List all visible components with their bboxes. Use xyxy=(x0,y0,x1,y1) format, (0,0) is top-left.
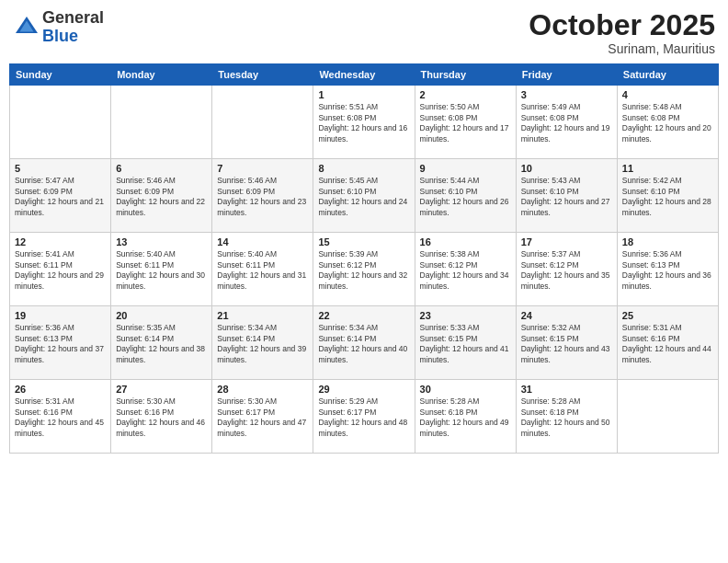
day-info: Sunrise: 5:28 AM Sunset: 6:18 PM Dayligh… xyxy=(420,396,511,439)
day-cell: 25Sunrise: 5:31 AM Sunset: 6:16 PM Dayli… xyxy=(617,306,718,380)
day-info: Sunrise: 5:36 AM Sunset: 6:13 PM Dayligh… xyxy=(622,249,713,292)
day-cell: 9Sunrise: 5:44 AM Sunset: 6:10 PM Daylig… xyxy=(415,159,516,233)
day-info: Sunrise: 5:40 AM Sunset: 6:11 PM Dayligh… xyxy=(116,249,207,292)
logo-blue: Blue xyxy=(42,28,104,46)
day-info: Sunrise: 5:34 AM Sunset: 6:14 PM Dayligh… xyxy=(318,323,409,365)
day-cell: 14Sunrise: 5:40 AM Sunset: 6:11 PM Dayli… xyxy=(212,233,313,306)
day-cell: 31Sunrise: 5:28 AM Sunset: 6:18 PM Dayli… xyxy=(516,380,617,454)
day-cell: 26Sunrise: 5:31 AM Sunset: 6:16 PM Dayli… xyxy=(10,380,111,454)
day-number: 12 xyxy=(15,236,106,247)
day-number: 28 xyxy=(217,384,308,395)
day-info: Sunrise: 5:35 AM Sunset: 6:14 PM Dayligh… xyxy=(116,323,207,365)
day-info: Sunrise: 5:48 AM Sunset: 6:08 PM Dayligh… xyxy=(622,102,713,144)
day-number: 3 xyxy=(521,89,612,100)
day-number: 25 xyxy=(622,310,713,321)
day-cell: 5Sunrise: 5:47 AM Sunset: 6:09 PM Daylig… xyxy=(10,159,111,233)
day-info: Sunrise: 5:47 AM Sunset: 6:09 PM Dayligh… xyxy=(15,176,106,218)
day-number: 6 xyxy=(116,163,207,174)
day-number: 22 xyxy=(318,310,409,321)
day-info: Sunrise: 5:28 AM Sunset: 6:18 PM Dayligh… xyxy=(521,396,612,439)
day-info: Sunrise: 5:50 AM Sunset: 6:08 PM Dayligh… xyxy=(420,102,511,144)
page: General Blue October 2025 Surinam, Mauri… xyxy=(0,0,728,563)
day-number: 4 xyxy=(622,89,713,100)
week-row-0: 1Sunrise: 5:51 AM Sunset: 6:08 PM Daylig… xyxy=(10,86,719,159)
day-cell: 6Sunrise: 5:46 AM Sunset: 6:09 PM Daylig… xyxy=(111,159,212,233)
day-number: 17 xyxy=(521,236,612,247)
day-cell: 7Sunrise: 5:46 AM Sunset: 6:09 PM Daylig… xyxy=(212,159,313,233)
day-cell: 10Sunrise: 5:43 AM Sunset: 6:10 PM Dayli… xyxy=(516,159,617,233)
day-info: Sunrise: 5:51 AM Sunset: 6:08 PM Dayligh… xyxy=(318,102,409,144)
day-cell: 17Sunrise: 5:37 AM Sunset: 6:12 PM Dayli… xyxy=(516,233,617,306)
weekday-header-thursday: Thursday xyxy=(415,64,516,86)
day-info: Sunrise: 5:29 AM Sunset: 6:17 PM Dayligh… xyxy=(318,396,409,439)
day-cell xyxy=(617,380,718,454)
day-number: 7 xyxy=(217,163,308,174)
calendar-table: SundayMondayTuesdayWednesdayThursdayFrid… xyxy=(9,63,719,454)
week-row-3: 19Sunrise: 5:36 AM Sunset: 6:13 PM Dayli… xyxy=(10,306,719,380)
weekday-header-wednesday: Wednesday xyxy=(313,64,415,86)
day-number: 8 xyxy=(318,163,409,174)
day-info: Sunrise: 5:36 AM Sunset: 6:13 PM Dayligh… xyxy=(15,323,106,365)
day-cell: 16Sunrise: 5:38 AM Sunset: 6:12 PM Dayli… xyxy=(415,233,516,306)
day-info: Sunrise: 5:39 AM Sunset: 6:12 PM Dayligh… xyxy=(318,249,409,292)
weekday-header-friday: Friday xyxy=(516,64,617,86)
day-number: 21 xyxy=(217,310,308,321)
week-row-2: 12Sunrise: 5:41 AM Sunset: 6:11 PM Dayli… xyxy=(10,233,719,306)
calendar-body: 1Sunrise: 5:51 AM Sunset: 6:08 PM Daylig… xyxy=(10,86,719,454)
day-number: 30 xyxy=(420,384,511,395)
week-row-1: 5Sunrise: 5:47 AM Sunset: 6:09 PM Daylig… xyxy=(10,159,719,233)
logo-icon xyxy=(13,14,40,41)
month-title: October 2025 xyxy=(529,9,715,41)
day-info: Sunrise: 5:30 AM Sunset: 6:17 PM Dayligh… xyxy=(217,396,308,439)
day-cell: 28Sunrise: 5:30 AM Sunset: 6:17 PM Dayli… xyxy=(212,380,313,454)
day-info: Sunrise: 5:49 AM Sunset: 6:08 PM Dayligh… xyxy=(521,102,612,144)
day-cell: 19Sunrise: 5:36 AM Sunset: 6:13 PM Dayli… xyxy=(10,306,111,380)
day-info: Sunrise: 5:40 AM Sunset: 6:11 PM Dayligh… xyxy=(217,249,308,292)
day-info: Sunrise: 5:37 AM Sunset: 6:12 PM Dayligh… xyxy=(521,249,612,292)
calendar-header: SundayMondayTuesdayWednesdayThursdayFrid… xyxy=(10,64,719,86)
day-number: 14 xyxy=(217,236,308,247)
day-info: Sunrise: 5:44 AM Sunset: 6:10 PM Dayligh… xyxy=(420,176,511,218)
day-cell: 1Sunrise: 5:51 AM Sunset: 6:08 PM Daylig… xyxy=(313,86,415,159)
title-block: October 2025 Surinam, Mauritius xyxy=(529,9,715,56)
day-cell: 30Sunrise: 5:28 AM Sunset: 6:18 PM Dayli… xyxy=(415,380,516,454)
day-cell: 11Sunrise: 5:42 AM Sunset: 6:10 PM Dayli… xyxy=(617,159,718,233)
day-cell: 23Sunrise: 5:33 AM Sunset: 6:15 PM Dayli… xyxy=(415,306,516,380)
day-info: Sunrise: 5:41 AM Sunset: 6:11 PM Dayligh… xyxy=(15,249,106,292)
day-cell: 15Sunrise: 5:39 AM Sunset: 6:12 PM Dayli… xyxy=(313,233,415,306)
logo-general: General xyxy=(42,9,104,28)
day-number: 5 xyxy=(15,163,106,174)
day-number: 1 xyxy=(318,89,409,100)
week-row-4: 26Sunrise: 5:31 AM Sunset: 6:16 PM Dayli… xyxy=(10,380,719,454)
day-cell: 3Sunrise: 5:49 AM Sunset: 6:08 PM Daylig… xyxy=(516,86,617,159)
weekday-header-tuesday: Tuesday xyxy=(212,64,313,86)
day-number: 10 xyxy=(521,163,612,174)
day-info: Sunrise: 5:38 AM Sunset: 6:12 PM Dayligh… xyxy=(420,249,511,292)
day-cell xyxy=(212,86,313,159)
day-cell xyxy=(111,86,212,159)
day-info: Sunrise: 5:30 AM Sunset: 6:16 PM Dayligh… xyxy=(116,396,207,439)
day-cell: 21Sunrise: 5:34 AM Sunset: 6:14 PM Dayli… xyxy=(212,306,313,380)
day-info: Sunrise: 5:46 AM Sunset: 6:09 PM Dayligh… xyxy=(116,176,207,218)
day-number: 26 xyxy=(15,384,106,395)
day-number: 27 xyxy=(116,384,207,395)
weekday-header-sunday: Sunday xyxy=(10,64,111,86)
day-number: 24 xyxy=(521,310,612,321)
day-cell: 29Sunrise: 5:29 AM Sunset: 6:17 PM Dayli… xyxy=(313,380,415,454)
day-cell: 20Sunrise: 5:35 AM Sunset: 6:14 PM Dayli… xyxy=(111,306,212,380)
day-number: 13 xyxy=(116,236,207,247)
day-cell: 4Sunrise: 5:48 AM Sunset: 6:08 PM Daylig… xyxy=(617,86,718,159)
day-number: 31 xyxy=(521,384,612,395)
weekday-row: SundayMondayTuesdayWednesdayThursdayFrid… xyxy=(10,64,719,86)
day-cell xyxy=(10,86,111,159)
day-number: 23 xyxy=(420,310,511,321)
logo-text: General Blue xyxy=(42,9,104,46)
day-cell: 13Sunrise: 5:40 AM Sunset: 6:11 PM Dayli… xyxy=(111,233,212,306)
weekday-header-saturday: Saturday xyxy=(617,64,718,86)
day-number: 15 xyxy=(318,236,409,247)
day-cell: 24Sunrise: 5:32 AM Sunset: 6:15 PM Dayli… xyxy=(516,306,617,380)
day-info: Sunrise: 5:43 AM Sunset: 6:10 PM Dayligh… xyxy=(521,176,612,218)
day-info: Sunrise: 5:42 AM Sunset: 6:10 PM Dayligh… xyxy=(622,176,713,218)
day-number: 20 xyxy=(116,310,207,321)
day-info: Sunrise: 5:31 AM Sunset: 6:16 PM Dayligh… xyxy=(622,323,713,365)
